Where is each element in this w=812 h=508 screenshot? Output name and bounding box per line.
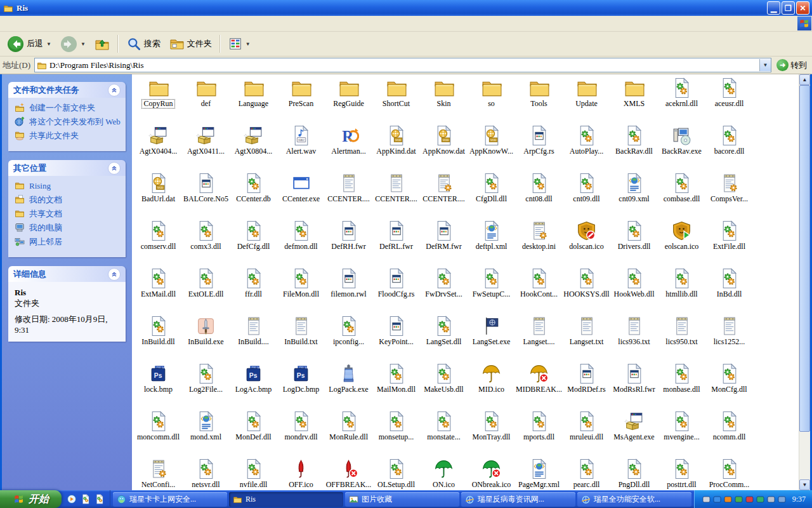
file-item[interactable]: filemon.rwl: [325, 266, 372, 314]
up-button[interactable]: [91, 35, 113, 53]
file-item[interactable]: XMLS: [610, 76, 658, 123]
close-button[interactable]: ✕: [796, 1, 809, 15]
file-item[interactable]: combase.dll: [658, 171, 705, 218]
taskbar-task-[interactable]: 图片收藏: [345, 492, 459, 507]
back-dropdown-icon[interactable]: ▼: [46, 41, 51, 47]
collapse-chevron-icon[interactable]: [108, 162, 121, 175]
file-item[interactable]: CopyRun: [134, 76, 182, 123]
go-button[interactable]: ➜ 转到: [776, 59, 807, 71]
file-item[interactable]: monsetup...: [372, 409, 420, 457]
sidebar-item-网上邻居[interactable]: 网上邻居: [15, 237, 121, 246]
file-item[interactable]: Tools: [515, 76, 563, 123]
file-item[interactable]: CCENTER....: [372, 171, 420, 218]
file-item[interactable]: OFFBREAK...: [325, 457, 372, 490]
sidebar-item-创建一个新文件夹[interactable]: 创建一个新文件夹: [15, 103, 121, 112]
file-item[interactable]: Skin: [420, 76, 468, 123]
file-item[interactable]: LogPack.exe: [325, 361, 372, 409]
file-item[interactable]: Langset....: [515, 314, 563, 361]
file-item[interactable]: MonRule.dll: [325, 409, 372, 457]
file-item[interactable]: PSDPsLogDc.bmp: [277, 361, 325, 409]
start-button[interactable]: 开始: [0, 490, 62, 508]
file-item[interactable]: htmllib.dll: [658, 266, 705, 314]
file-item[interactable]: BackRav.exe: [658, 123, 705, 171]
file-item[interactable]: monbase.dll: [658, 361, 705, 409]
address-input[interactable]: D:\Program Files\Rising\Ris ▼: [34, 58, 771, 72]
file-item[interactable]: CCenter.exe: [277, 171, 325, 218]
file-item[interactable]: DefRH.fwr: [325, 218, 372, 266]
file-item[interactable]: ffr.dll: [230, 266, 277, 314]
sidebar-item-共享此文件夹[interactable]: 共享此文件夹: [15, 131, 121, 140]
file-item[interactable]: InBuild.dll: [134, 314, 182, 361]
other-places-header[interactable]: 其它位置: [8, 160, 126, 176]
file-item[interactable]: BALCore.No5: [182, 171, 230, 218]
file-item[interactable]: ON.ico: [420, 457, 468, 490]
details-header[interactable]: 详细信息: [8, 266, 126, 282]
file-item[interactable]: nvfile.dll: [230, 457, 277, 490]
file-item[interactable]: FileMon.dll: [277, 266, 325, 314]
file-item[interactable]: monstate...: [420, 409, 468, 457]
file-item[interactable]: mvengine...: [658, 409, 705, 457]
tray-display-icon[interactable]: [778, 495, 786, 504]
file-item[interactable]: AgtX0404...: [134, 123, 182, 171]
file-item[interactable]: MonCfg.dll: [705, 361, 753, 409]
file-item[interactable]: desktop.ini: [515, 218, 563, 266]
file-item[interactable]: so: [468, 76, 515, 123]
sidebar-item-Rising[interactable]: Rising: [15, 181, 121, 190]
file-item[interactable]: lics936.txt: [610, 314, 658, 361]
file-item[interactable]: RegGuide: [325, 76, 372, 123]
file-item[interactable]: LangSet.dll: [420, 314, 468, 361]
collapse-chevron-icon[interactable]: [108, 84, 121, 97]
file-item[interactable]: OFF.ico: [277, 457, 325, 490]
file-item[interactable]: ONbreak.ico: [468, 457, 515, 490]
file-item[interactable]: PSDPsLogAc.bmp: [230, 361, 277, 409]
sidebar-item-共享文档[interactable]: 共享文档: [15, 209, 121, 218]
file-item[interactable]: ProcComm...: [705, 457, 753, 490]
sidebar-item-我的电脑[interactable]: 我的电脑: [15, 223, 121, 232]
file-item[interactable]: pearc.dll: [563, 457, 610, 490]
file-item[interactable]: RAlertman...: [325, 123, 372, 171]
file-item[interactable]: ArpCfg.rs: [515, 123, 563, 171]
file-item[interactable]: ncomm.dll: [705, 409, 753, 457]
file-item[interactable]: Drivers.dll: [610, 218, 658, 266]
taskbar-task-[interactable]: 瑞星反病毒资讯网...: [461, 492, 575, 507]
taskbar-task-[interactable]: 瑞星卡卡上网安全...: [113, 492, 227, 507]
file-item[interactable]: Language: [230, 76, 277, 123]
tray-input-method-icon[interactable]: [713, 495, 721, 504]
file-item[interactable]: aceusr.dll: [705, 76, 753, 123]
file-item[interactable]: cnt09.dll: [563, 171, 610, 218]
collapse-chevron-icon[interactable]: [108, 268, 121, 281]
file-item[interactable]: CCENTER....: [420, 171, 468, 218]
file-item[interactable]: deftpl.xml: [468, 218, 515, 266]
file-item[interactable]: MonDef.dll: [230, 409, 277, 457]
sidebar-item-将这个文件夹发布到-Web[interactable]: 将这个文件夹发布到 Web: [15, 117, 121, 126]
scroll-thumb[interactable]: [799, 85, 810, 432]
file-item[interactable]: BackRav.dll: [610, 123, 658, 171]
file-item[interactable]: cnt08.dll: [515, 171, 563, 218]
quicklaunch-internet-explorer-icon[interactable]: [81, 494, 91, 504]
address-dropdown-button[interactable]: ▼: [759, 59, 771, 71]
file-item[interactable]: Langset.txt: [563, 314, 610, 361]
tray-updater-icon[interactable]: [756, 495, 764, 504]
minimize-button[interactable]: ▁: [767, 1, 780, 15]
tray-rising-ball-icon[interactable]: [724, 495, 732, 504]
file-item[interactable]: comserv.dll: [134, 218, 182, 266]
file-item[interactable]: CfgDll.dll: [468, 171, 515, 218]
file-item[interactable]: mond.xml: [182, 409, 230, 457]
file-item[interactable]: mports.dll: [515, 409, 563, 457]
forward-button[interactable]: ▼: [57, 34, 89, 54]
file-item[interactable]: ModRsRl.fwr: [610, 361, 658, 409]
file-item[interactable]: cnt09.xml: [610, 171, 658, 218]
forward-dropdown-icon[interactable]: ▼: [81, 41, 86, 47]
tray-user-icon[interactable]: [735, 495, 743, 504]
file-item[interactable]: MonTray.dll: [468, 409, 515, 457]
file-item[interactable]: ExtOLE.dll: [182, 266, 230, 314]
file-item[interactable]: ShortCut: [372, 76, 420, 123]
file-item[interactable]: MIDBREAK...: [515, 361, 563, 409]
file-item[interactable]: InBuild.txt: [277, 314, 325, 361]
file-item[interactable]: MakeUsb.dll: [420, 361, 468, 409]
tray-network-plug-icon[interactable]: [767, 495, 775, 504]
search-button[interactable]: 搜索: [123, 35, 164, 53]
file-item[interactable]: HookWeb.dll: [610, 266, 658, 314]
file-item[interactable]: FloodCfg.rs: [372, 266, 420, 314]
file-item[interactable]: PngDll.dll: [610, 457, 658, 490]
